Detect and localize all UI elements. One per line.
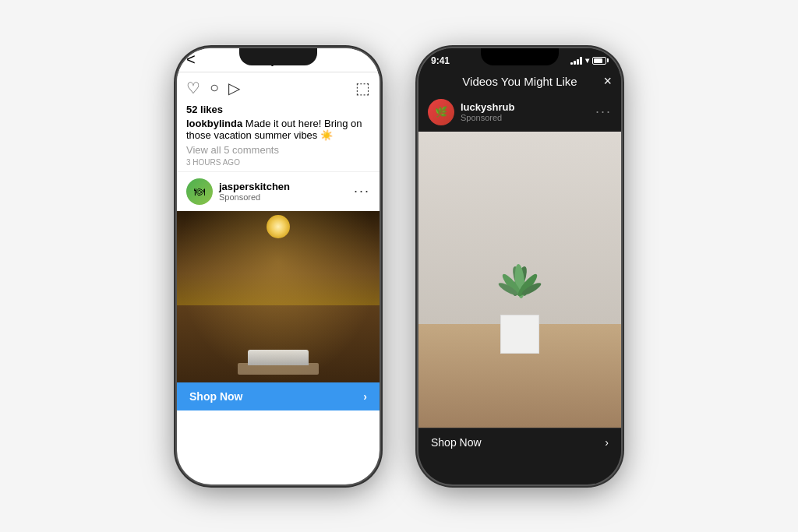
dark-sponsored-header: 🌿 luckyshrub Sponsored ··· bbox=[418, 93, 621, 132]
plant-pot bbox=[500, 315, 539, 354]
phone-light: < Explore ♡ ○ ▷ ⬚ 52 likes lookbylinda M… bbox=[177, 48, 380, 484]
back-button[interactable]: < bbox=[186, 51, 196, 69]
dark-sponsored-info: luckyshrub Sponsored bbox=[461, 101, 595, 122]
dark-shop-now-label: Shop Now bbox=[431, 436, 482, 449]
battery-icon bbox=[592, 57, 609, 65]
signal-icon bbox=[570, 57, 582, 65]
avatar-jasperskitchen[interactable]: 🍽 bbox=[186, 178, 213, 205]
post-time: 3 HOURS AGO bbox=[186, 158, 370, 167]
save-icon[interactable]: ⬚ bbox=[355, 79, 370, 97]
plant-svg bbox=[489, 238, 551, 316]
sponsored-header: 🍽 jasperskitchen Sponsored ··· bbox=[177, 171, 380, 211]
shop-now-arrow: › bbox=[363, 390, 367, 403]
post-info: 52 likes lookbylinda Made it out here! B… bbox=[177, 104, 380, 171]
view-comments[interactable]: View all 5 comments bbox=[186, 144, 370, 156]
phone-dark: 9:41 ▾ Videos You Might Like × 🌿 bbox=[418, 48, 621, 484]
dark-shop-now-arrow: › bbox=[605, 436, 609, 449]
notch-dark bbox=[481, 48, 559, 65]
plant-post-image bbox=[418, 132, 621, 428]
caption-username[interactable]: lookbylinda bbox=[186, 118, 242, 129]
light-overlay bbox=[177, 211, 380, 382]
status-time: 9:41 bbox=[431, 55, 450, 66]
restaurant-post-image bbox=[177, 211, 380, 382]
comment-icon[interactable]: ○ bbox=[210, 79, 219, 97]
nav-bar-dark: Videos You Might Like × bbox=[418, 70, 621, 93]
dark-sponsored-name[interactable]: luckyshrub bbox=[461, 101, 595, 113]
share-icon[interactable]: ▷ bbox=[228, 79, 240, 97]
more-options-button[interactable]: ··· bbox=[354, 183, 370, 199]
sponsored-name[interactable]: jasperskitchen bbox=[219, 181, 354, 192]
restaurant-scene bbox=[177, 211, 380, 382]
post-actions: ♡ ○ ▷ ⬚ bbox=[177, 72, 380, 104]
post-caption: lookbylinda Made it out here! Bring on t… bbox=[186, 118, 370, 141]
status-icons: ▾ bbox=[570, 56, 609, 65]
likes-count: 52 likes bbox=[186, 104, 370, 115]
dark-more-options[interactable]: ··· bbox=[595, 104, 612, 120]
plant-container bbox=[489, 238, 551, 354]
wifi-icon: ▾ bbox=[585, 56, 589, 65]
avatar-image: 🍽 bbox=[186, 178, 213, 205]
dark-sponsored-label: Sponsored bbox=[461, 113, 595, 122]
nav-title-dark: Videos You Might Like bbox=[462, 75, 577, 88]
notch-light bbox=[239, 48, 317, 65]
shop-now-button[interactable]: Shop Now › bbox=[177, 382, 380, 410]
sponsored-info: jasperskitchen Sponsored bbox=[219, 181, 354, 202]
dark-shop-now-button[interactable]: Shop Now › bbox=[418, 428, 621, 456]
sponsored-label: Sponsored bbox=[219, 192, 354, 202]
close-button[interactable]: × bbox=[603, 73, 612, 90]
shop-now-label: Shop Now bbox=[189, 390, 242, 403]
like-icon[interactable]: ♡ bbox=[186, 79, 200, 97]
avatar-luckyshrub[interactable]: 🌿 bbox=[428, 99, 454, 125]
